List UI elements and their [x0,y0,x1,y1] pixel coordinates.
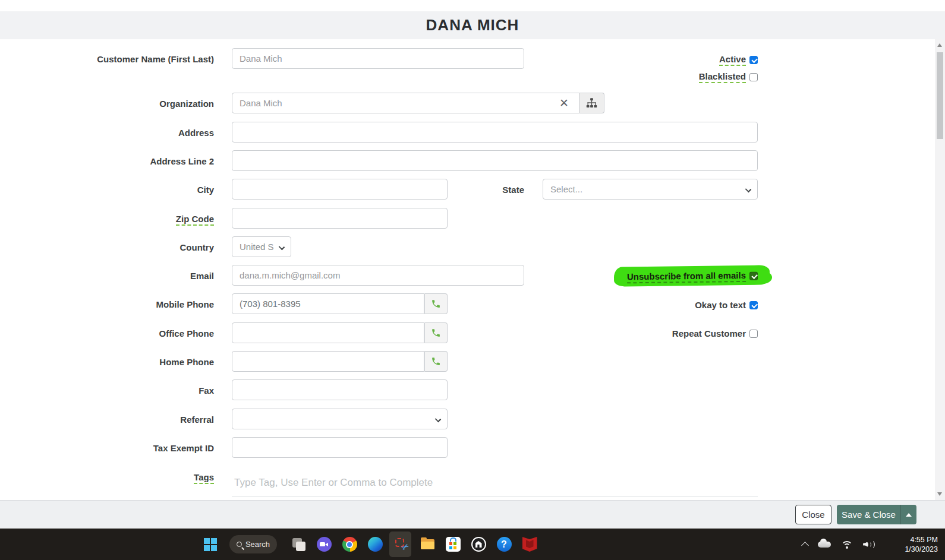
address-label: Address [24,128,214,138]
active-checkbox[interactable] [749,56,758,64]
chevron-down-icon [435,416,441,422]
state-select[interactable]: Select... [543,179,758,200]
vertical-scrollbar[interactable] [935,39,945,500]
fax-input[interactable] [232,379,448,400]
blacklisted-toggle[interactable]: Blacklisted [699,71,758,83]
chrome-icon [342,537,357,552]
okay-to-text-toggle[interactable]: Okay to text [695,300,758,310]
taskbar-clock[interactable]: 4:55 PM 1/30/2023 [905,529,938,560]
country-label: Country [24,242,214,252]
repeat-customer-label: Repeat Customer [672,328,746,338]
circular-app-button[interactable] [468,529,489,560]
address2-label: Address Line 2 [24,156,214,166]
organization-input[interactable] [232,93,579,113]
store-icon [446,537,461,552]
clear-organization-icon[interactable]: ✕ [559,93,569,113]
green-highlight-annotation: Unsubscribe from all emails [614,265,770,286]
page-header: DANA MICH [0,11,945,39]
customer-name-input[interactable] [232,48,524,69]
address-input[interactable] [232,122,758,143]
sitemap-icon [586,98,597,108]
video-chat-icon [317,537,332,552]
unsubscribe-label: Unsubscribe from all emails [627,270,746,283]
okay-to-text-checkbox[interactable] [749,301,758,309]
city-label: City [24,185,214,195]
address2-input[interactable] [232,150,758,171]
chevron-down-icon [279,244,285,250]
save-close-button[interactable]: Save & Close [837,505,900,524]
circular-app-icon [471,537,486,552]
blacklisted-checkbox[interactable] [749,73,758,81]
footer-bar: Close Save & Close [0,500,945,529]
microsoft-store-button[interactable] [442,529,464,560]
mobile-phone-label: Mobile Phone [24,299,214,309]
organization-lookup-button[interactable] [579,93,604,113]
windows-logo-icon [204,538,217,551]
email-input[interactable] [232,265,524,286]
scrollbar-thumb[interactable] [937,52,943,139]
hidden-icons-chevron-icon[interactable] [801,542,809,549]
email-label: Email [24,271,214,281]
zip-input[interactable] [232,208,448,229]
phone-icon [431,356,441,366]
tags-input[interactable] [232,469,758,496]
chrome-button[interactable] [339,529,360,560]
customer-edit-page: DANA MICH Customer Name (First Last) Org… [0,0,945,560]
unsubscribe-toggle[interactable]: Unsubscribe from all emails [627,270,758,284]
unsubscribe-checkbox[interactable] [749,272,758,280]
zip-label: Zip Code [24,214,214,224]
fax-label: Fax [24,385,214,396]
office-phone-input[interactable] [232,322,424,343]
city-input[interactable] [232,179,448,200]
chat-app-button[interactable] [313,529,335,560]
page-title: DANA MICH [426,16,519,34]
save-close-split-button: Save & Close [837,505,916,524]
search-icon [237,542,242,547]
question-mark-icon: ? [497,537,512,552]
close-button[interactable]: Close [795,505,831,524]
call-office-button[interactable] [424,322,448,343]
active-label: Active [719,54,746,66]
file-explorer-button[interactable] [417,529,438,560]
home-phone-label: Home Phone [24,357,214,367]
organization-label: Organization [24,99,214,109]
top-strip [0,0,945,11]
tags-label: Tags [24,472,214,482]
blacklisted-label: Blacklisted [699,71,746,83]
snipping-tool-button[interactable]: ✂ [390,529,411,560]
scroll-down-arrow[interactable] [937,492,942,496]
edge-button[interactable] [364,529,386,560]
call-home-button[interactable] [424,351,448,372]
repeat-customer-toggle[interactable]: Repeat Customer [672,328,758,338]
mobile-phone-input[interactable] [232,293,424,314]
wifi-icon[interactable] [841,540,853,549]
mcafee-shield-icon [522,537,537,552]
phone-icon [431,328,441,338]
start-button[interactable] [200,529,221,560]
mcafee-button[interactable] [519,529,540,560]
referral-select[interactable] [232,409,448,429]
chevron-down-icon [745,186,751,192]
task-view-button[interactable] [288,529,309,560]
caret-up-icon [906,513,912,517]
task-view-icon [291,537,306,552]
tax-exempt-label: Tax Exempt ID [24,443,214,453]
save-options-caret-button[interactable] [900,505,916,524]
onedrive-cloud-icon[interactable] [818,542,831,548]
home-phone-input[interactable] [232,351,424,372]
volume-icon[interactable] [863,540,875,549]
referral-label: Referral [24,415,214,425]
system-tray [802,529,875,560]
tray-time: 4:55 PM [910,535,938,545]
customer-name-label: Customer Name (First Last) [24,54,214,64]
scroll-up-arrow[interactable] [937,43,942,47]
country-select[interactable]: United S [232,236,291,257]
active-toggle[interactable]: Active [719,54,758,66]
call-mobile-button[interactable] [424,293,448,314]
repeat-customer-checkbox[interactable] [749,330,758,338]
windows-taskbar: Search ✂ ? [0,529,945,560]
office-phone-label: Office Phone [24,328,214,338]
tax-exempt-input[interactable] [232,437,448,458]
search-button[interactable]: Search [229,535,277,553]
help-app-button[interactable]: ? [493,529,515,560]
